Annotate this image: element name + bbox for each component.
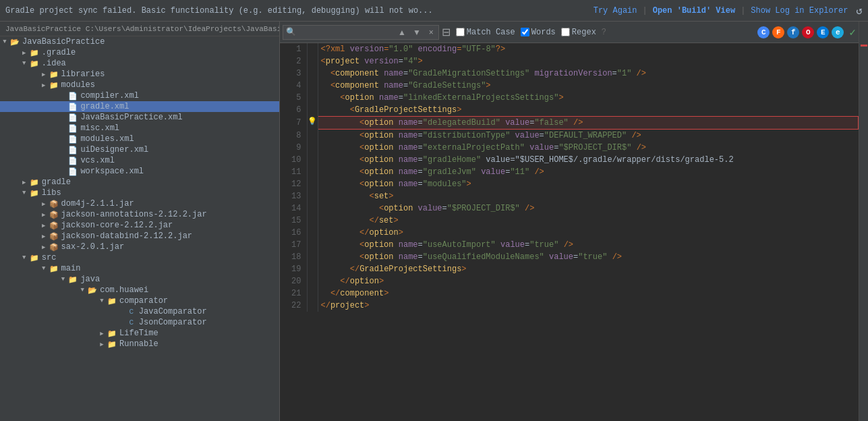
search-input[interactable] (299, 28, 393, 37)
line-code[interactable]: <option name="delegatedBuild" value="fal… (318, 117, 859, 130)
try-again-link[interactable]: Try Again (594, 6, 637, 16)
tree-item-misc-xml[interactable]: 📄 misc.xml (0, 123, 279, 134)
tree-arrow: ▶ (39, 200, 49, 208)
line-code[interactable]: <option name="useQualifiedModuleNames" v… (318, 251, 859, 263)
line-code[interactable]: </option> (318, 275, 859, 287)
chrome-icon[interactable]: C (757, 26, 770, 38)
tree-item-JsonComparator[interactable]: C JsonComparator (0, 317, 279, 328)
tree-item-sax-2-0-1-jar[interactable]: ▶ 📦 sax-2.0.1.jar (0, 242, 279, 252)
line-code[interactable]: <component name="GradleMigrationSettings… (318, 67, 859, 80)
tree-item-LifeTime[interactable]: ▶ 📁 LifeTime (0, 328, 279, 339)
firefox-icon[interactable]: F (772, 26, 784, 38)
line-code[interactable]: <option name="distributionType" value="D… (318, 130, 859, 142)
line-code[interactable]: </project> (318, 300, 859, 312)
match-case-label[interactable]: Match Case (456, 28, 515, 37)
line-gutter (307, 215, 318, 227)
tree-item--gradle[interactable]: ▶ 📁 .gradle (0, 47, 279, 58)
search-up-button[interactable]: ▲ (396, 27, 408, 38)
file-icon: 📄 (67, 167, 78, 176)
open-build-link[interactable]: Open 'Build' View (653, 6, 735, 16)
words-checkbox[interactable] (521, 28, 529, 36)
file-icon: 📄 (67, 123, 78, 133)
tree-item-java[interactable]: ▼ 📁 java (0, 274, 279, 285)
tree-label: gradle.xml (80, 102, 129, 111)
line-code[interactable]: </component> (318, 287, 859, 300)
regex-label[interactable]: Regex (561, 28, 596, 37)
tree-label: sax-2.0.1.jar (61, 242, 125, 252)
tree-item-modules[interactable]: ▶ 📁 modules (0, 80, 279, 90)
search-down-button[interactable]: ▼ (411, 27, 423, 38)
line-gutter (307, 43, 318, 55)
line-code[interactable]: <?xml version="1.0" encoding="UTF-8"?> (318, 43, 859, 55)
tree-item-compiler-xml[interactable]: 📄 compiler.xml (0, 90, 279, 101)
opera-icon[interactable]: O (802, 26, 814, 38)
tree-item-workspace-xml[interactable]: 📄 workspace.xml (0, 166, 279, 177)
file-icon: C (126, 307, 137, 316)
tree-item-jackson-annotations-2-12-2-jar[interactable]: ▶ 📦 jackson-annotations-2.12.2.jar (0, 209, 279, 220)
tree-item-vcs-xml[interactable]: 📄 vcs.xml (0, 155, 279, 166)
line-code[interactable]: <project version="4"> (318, 55, 859, 67)
file-icon: 📁 (29, 177, 40, 187)
line-code[interactable]: <set> (318, 190, 859, 202)
line-number: 12 (280, 178, 307, 190)
regex-checkbox[interactable] (561, 28, 570, 36)
reload-icon[interactable]: ↺ (856, 4, 863, 18)
tree-item-gradle[interactable]: ▶ 📁 gradle (0, 177, 279, 188)
line-code[interactable]: <option value="$PROJECT_DIR$" /> (318, 202, 859, 215)
line-gutter (307, 263, 318, 275)
tree-label: vcs.xml (80, 156, 114, 165)
line-code[interactable]: <GradleProjectSettings> (318, 104, 859, 117)
tree-item-JavaBasicPractice[interactable]: ▼ 📂 JavaBasicPractice (0, 36, 279, 47)
tree-item-Runnable[interactable]: ▶ 📁 Runnable (0, 339, 279, 349)
code-line-8: 8 <option name="distributionType" value=… (280, 130, 859, 142)
tree-item-comparator[interactable]: ▼ 📁 comparator (0, 296, 279, 306)
search-close-button[interactable]: × (427, 27, 436, 38)
ie-icon[interactable]: e (832, 26, 844, 38)
file-icon: 📁 (29, 253, 40, 262)
tree-item-modules-xml[interactable]: 📄 modules.xml (0, 134, 279, 144)
words-label[interactable]: Words (521, 28, 556, 37)
code-table: 1 <?xml version="1.0" encoding="UTF-8"?>… (280, 43, 859, 312)
line-code[interactable]: <option name="gradleHome" value="$USER_H… (318, 154, 859, 166)
code-editor[interactable]: 1 <?xml version="1.0" encoding="UTF-8"?>… (280, 43, 859, 421)
line-code[interactable]: <option name="externalProjectPath" value… (318, 142, 859, 154)
tree-item-gradle-xml[interactable]: 📄 gradle.xml (0, 101, 279, 112)
tree-item--idea[interactable]: ▼ 📁 .idea (0, 58, 279, 69)
tree-item-uiDesigner-xml[interactable]: 📄 uiDesigner.xml (0, 144, 279, 155)
tree-item-jackson-databind-2-12-2-jar[interactable]: ▶ 📦 jackson-databind-2.12.2.jar (0, 231, 279, 242)
file-icon: 📁 (67, 275, 78, 284)
tree-item-src[interactable]: ▼ 📁 src (0, 252, 279, 263)
line-code[interactable]: <component name="GradleSettings"> (318, 80, 859, 92)
line-code[interactable]: <option name="modules"> (318, 178, 859, 190)
line-number: 19 (280, 263, 307, 275)
tree-item-jackson-core-2-12-2-jar[interactable]: ▶ 📦 jackson-core-2.12.2.jar (0, 220, 279, 231)
line-code[interactable]: <option name="gradleJvm" value="11" /> (318, 166, 859, 178)
search-filter-button[interactable]: ⊟ (442, 26, 451, 38)
code-line-5: 5 <option name="linkedExternalProjectsSe… (280, 92, 859, 104)
edge-icon[interactable]: E (817, 26, 829, 38)
match-case-checkbox[interactable] (456, 28, 465, 36)
file-icon: 📂 (87, 285, 98, 295)
line-code[interactable]: <option name="linkedExternalProjectsSett… (318, 92, 859, 104)
line-gutter: 💡 (307, 117, 318, 130)
show-log-link[interactable]: Show Log in Explorer (751, 6, 848, 16)
tree-item-dom4j-2-1-1-jar[interactable]: ▶ 📦 dom4j-2.1.1.jar (0, 198, 279, 209)
line-code[interactable]: </option> (318, 227, 859, 239)
tree-item-libs[interactable]: ▼ 📁 libs (0, 188, 279, 198)
tree-item-libraries[interactable]: ▶ 📁 libraries (0, 69, 279, 80)
line-code[interactable]: </set> (318, 215, 859, 227)
tree-label: comparator (119, 296, 168, 306)
line-code[interactable]: <option name="useAutoImport" value="true… (318, 239, 859, 251)
ff-icon2[interactable]: f (787, 26, 799, 38)
file-icon: 📄 (67, 156, 78, 165)
tree-item-JavaComparator[interactable]: C JavaComparator (0, 306, 279, 317)
tree-item-main[interactable]: ▼ 📁 main (0, 263, 279, 274)
tree-item-com-huawei[interactable]: ▼ 📂 com.huawei (0, 285, 279, 296)
code-line-10: 10 <option name="gradleHome" value="$USE… (280, 154, 859, 166)
tree-label: JavaBasicPractice.xml (80, 113, 182, 122)
tree-item-JavaBasicPractice-xml[interactable]: 📄 JavaBasicPractice.xml (0, 112, 279, 123)
line-number: 15 (280, 215, 307, 227)
search-input-wrapper[interactable]: 🔍 ▲ ▼ × (283, 25, 439, 40)
line-code[interactable]: </GradleProjectSettings> (318, 263, 859, 275)
file-explorer: JavaBasicPractice C:\Users\Administrator… (0, 22, 280, 421)
